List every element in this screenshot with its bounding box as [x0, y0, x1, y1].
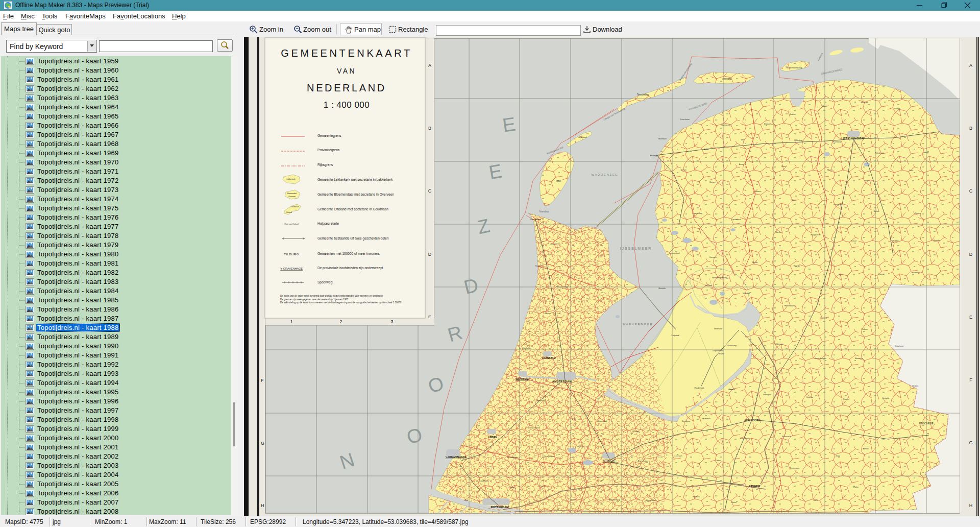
svg-text:Ede: Ede [573, 418, 576, 420]
svg-text:Zwolle: Zwolle [752, 261, 758, 264]
svg-text:Eibergen: Eibergen [763, 394, 771, 396]
svg-text:Leersum: Leersum [675, 455, 682, 457]
svg-text:Ameland: Ameland [722, 78, 731, 80]
svg-text:Heerde: Heerde [794, 265, 800, 267]
svg-text:Assen: Assen [739, 163, 745, 165]
svg-text:Doesburg: Doesburg [682, 420, 690, 422]
svg-text:Diepenheim: Diepenheim [713, 350, 723, 352]
svg-text:Vries: Vries [781, 165, 786, 167]
svg-text:Groenlo: Groenlo [806, 396, 813, 398]
svg-text:Montfoort: Montfoort [658, 138, 667, 140]
svg-text:Dalfsen: Dalfsen [862, 328, 868, 330]
svg-text:Adorp: Adorp [923, 152, 928, 154]
svg-text:UTRECHT: UTRECHT [603, 459, 616, 462]
svg-text:Ommen: Ommen [820, 317, 827, 319]
svg-text:Hoenkoop: Hoenkoop [832, 141, 841, 143]
svg-text:Ooststelling: Ooststelling [692, 212, 702, 214]
svg-text:M A R K E R M E E R: M A R K E R M E E R [623, 323, 652, 326]
svg-text:Ruurlo: Ruurlo [843, 398, 848, 400]
svg-text:Maartensdijk: Maartensdijk [557, 286, 568, 288]
svg-text:C: C [428, 188, 432, 194]
svg-text:NEDERLAND: NEDERLAND [307, 82, 386, 93]
svg-text:GEMEENTENKAART: GEMEENTENKAART [281, 47, 412, 59]
svg-text:Goudriaan: Goudriaan [291, 206, 299, 208]
svg-text:Weerselo: Weerselo [714, 328, 722, 330]
svg-text:GRONINGEN: GRONINGEN [843, 137, 864, 140]
svg-text:G: G [261, 441, 264, 446]
svg-text:Borne: Borne [719, 353, 724, 355]
svg-text:B: B [969, 126, 972, 131]
svg-text:Hoogeveen: Hoogeveen [811, 234, 820, 236]
svg-text:Den Helder: Den Helder [530, 218, 541, 221]
svg-text:De basis van de kaart wordt ge: De basis van de kaart wordt gevormd door… [280, 295, 383, 297]
svg-text:Gemeente Ottoland met secretar: Gemeente Ottoland met secretarie in Goud… [317, 207, 388, 211]
svg-text:Rijksgrens: Rijksgrens [317, 163, 333, 167]
svg-text:Hulpsecretarie: Hulpsecretarie [317, 222, 339, 226]
svg-text:ZAANSTAD: ZAANSTAD [542, 356, 556, 360]
svg-text:B: B [428, 126, 431, 131]
svg-text:Staphorst: Staphorst [895, 345, 904, 347]
svg-text:Zuilen: Zuilen [853, 486, 859, 488]
svg-text:Woudenberg: Woudenberg [609, 499, 620, 501]
svg-text:D: D [428, 252, 432, 257]
svg-text:Lelystad: Lelystad [672, 334, 679, 337]
svg-text:Kamerik: Kamerik [535, 265, 543, 267]
svg-text:Zeist: Zeist [836, 455, 840, 457]
svg-text:Vorden: Vorden [912, 385, 918, 387]
svg-text:Harlingen: Harlingen [650, 154, 658, 157]
svg-text:Havelte: Havelte [934, 239, 940, 242]
svg-text:Overveen: Overveen [288, 196, 296, 198]
svg-text:Noordoostpolder: Noordoostpolder [712, 276, 727, 279]
svg-text:Opsterland: Opsterland [731, 219, 741, 221]
svg-text:Harmelen: Harmelen [523, 347, 531, 349]
svg-text:Lochem: Lochem [705, 284, 712, 286]
svg-text:Beilen: Beilen [874, 210, 879, 212]
svg-text:Wijk: Wijk [464, 499, 468, 501]
svg-text:Driebergen: Driebergen [790, 467, 800, 469]
svg-text:APELDOORN: APELDOORN [744, 419, 761, 422]
svg-text:Harderwijk: Harderwijk [695, 387, 704, 389]
svg-text:Kampen: Kampen [709, 256, 717, 258]
svg-text:Dwingeloo: Dwingeloo [833, 204, 842, 206]
svg-text:Gemeentegrens: Gemeentegrens [317, 134, 341, 138]
svg-text:Diever: Diever [851, 240, 857, 242]
svg-text:Marsdiep: Marsdiep [540, 210, 549, 213]
svg-text:Provinciegrens: Provinciegrens [317, 148, 340, 152]
svg-text:W A D D E N Z E E: W A D D E N Z E E [591, 173, 617, 176]
svg-text:Baarn: Baarn [731, 501, 737, 504]
svg-text:Schiermonnikoog: Schiermonnikoog [787, 66, 802, 69]
svg-text:Bedum: Bedum [790, 113, 796, 115]
svg-text:Renswoude: Renswoude [507, 457, 518, 459]
svg-text:Barneveld: Barneveld [536, 399, 545, 401]
svg-text:Langbroek: Langbroek [479, 480, 488, 482]
svg-text:Gieten: Gieten [680, 169, 686, 171]
svg-text:Marum: Marum [775, 231, 781, 233]
svg-text:Hoek van Holland: Hoek van Holland [284, 223, 299, 225]
svg-text:D: D [969, 252, 973, 257]
svg-text:Dokkum: Dokkum [764, 123, 771, 125]
svg-text:Tubbergen: Tubbergen [774, 343, 783, 345]
svg-text:Vlist: Vlist [741, 139, 745, 141]
svg-text:Voorst: Voorst [878, 273, 885, 275]
svg-text:Lekkerkerk: Lekkerkerk [286, 178, 295, 180]
svg-text:Hengelo: Hengelo [882, 397, 889, 399]
svg-text:VAN: VAN [337, 67, 356, 75]
svg-text:Terschelling: Terschelling [637, 93, 649, 96]
svg-text:HAARLEM: HAARLEM [516, 377, 529, 380]
svg-text:Steenderen: Steenderen [740, 438, 750, 440]
svg-text:Leek: Leek [909, 170, 913, 172]
svg-text:Avereest: Avereest [855, 357, 864, 360]
svg-text:Wanswerd: Wanswerd [721, 124, 730, 126]
svg-text:ROTTERDAM: ROTTERDAM [491, 506, 509, 509]
svg-text:Odoorn: Odoorn [755, 190, 762, 193]
svg-text:I J S S E L M E E R: I J S S E L M E E R [620, 247, 651, 250]
svg-text:1 : 400 000: 1 : 400 000 [324, 100, 370, 110]
svg-text:Polsbroek: Polsbroek [875, 152, 884, 154]
svg-text:Gramsbergen: Gramsbergen [814, 357, 826, 360]
svg-text:3: 3 [390, 319, 393, 324]
svg-text:Epe: Epe [839, 274, 843, 276]
svg-text:Vledder: Vledder [892, 240, 899, 242]
svg-text:Sleen: Sleen [791, 199, 796, 201]
svg-text:Amerongen: Amerongen [638, 460, 648, 462]
svg-text:Texel: Texel [556, 180, 561, 182]
